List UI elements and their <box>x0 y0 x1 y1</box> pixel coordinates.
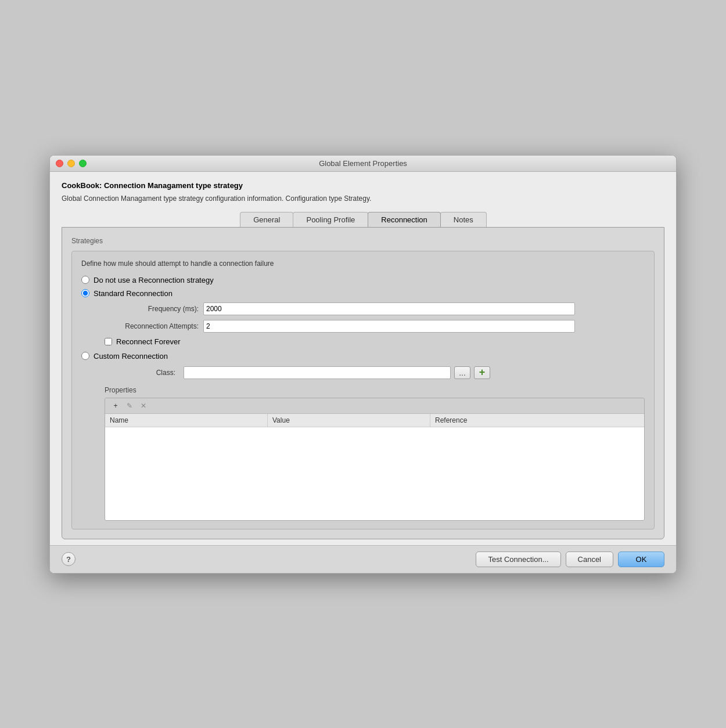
strategies-box: Define how mule should attempt to handle… <box>71 251 655 529</box>
attempts-row: Reconnection Attempts: <box>105 320 645 333</box>
tab-panel-reconnection: Strategies Define how mule should attemp… <box>62 227 664 539</box>
footer: ? Test Connection... Cancel OK <box>50 545 676 573</box>
properties-table-header: Name Value Reference <box>105 414 644 427</box>
radio-custom[interactable] <box>81 352 89 360</box>
content-area: CookBook: Connection Managament type str… <box>50 172 676 545</box>
col-name: Name <box>105 414 268 427</box>
window-title: Global Element Properties <box>319 159 407 168</box>
titlebar: Global Element Properties <box>50 156 676 172</box>
tab-reconnection[interactable]: Reconnection <box>368 212 441 227</box>
strategies-section-title: Strategies <box>71 237 655 245</box>
radio-standard[interactable] <box>81 289 89 297</box>
attempts-input[interactable] <box>203 320 575 333</box>
test-connection-button[interactable]: Test Connection... <box>476 552 560 567</box>
add-class-button[interactable]: + <box>474 366 490 379</box>
standard-fields: Frequency (ms): Reconnection Attempts: R… <box>105 302 645 346</box>
reconnect-forever-label: Reconnect Forever <box>116 337 181 346</box>
strategies-description: Define how mule should attempt to handle… <box>81 260 645 268</box>
attempts-label: Reconnection Attempts: <box>105 322 203 330</box>
col-value: Value <box>268 414 430 427</box>
toolbar-add-button[interactable]: + <box>110 401 121 411</box>
toolbar-edit-button[interactable]: ✎ <box>124 401 135 411</box>
col-reference: Reference <box>430 414 644 427</box>
reconnect-forever-checkbox[interactable] <box>105 338 112 345</box>
browse-button[interactable]: ... <box>454 366 470 379</box>
window-controls <box>56 160 87 167</box>
tab-general[interactable]: General <box>240 212 293 227</box>
properties-toolbar: + ✎ ✕ <box>105 398 644 414</box>
ok-button[interactable]: OK <box>618 552 664 567</box>
properties-title: Properties <box>105 386 645 394</box>
help-button[interactable]: ? <box>62 552 76 566</box>
class-input[interactable] <box>184 366 451 379</box>
cancel-button[interactable]: Cancel <box>566 552 613 567</box>
dialog-header-title: CookBook: Connection Managament type str… <box>62 181 664 190</box>
dialog-window: Global Element Properties CookBook: Conn… <box>49 155 677 574</box>
class-row: Class: ... + <box>105 366 645 379</box>
properties-section: Properties + ✎ ✕ Name Value Reference <box>105 386 645 521</box>
radio-option-custom[interactable]: Custom Reconnection <box>81 352 645 361</box>
frequency-input[interactable] <box>203 302 575 315</box>
properties-table-body <box>105 427 644 520</box>
maximize-button[interactable] <box>79 160 87 167</box>
minimize-button[interactable] <box>67 160 75 167</box>
radio-option-none[interactable]: Do not use a Reconnection strategy <box>81 276 645 284</box>
dialog-header-desc: Global Connection Managament type strate… <box>62 193 664 204</box>
radio-none-label: Do not use a Reconnection strategy <box>94 276 214 284</box>
toolbar-delete-button[interactable]: ✕ <box>138 401 149 411</box>
radio-custom-label: Custom Reconnection <box>94 352 168 361</box>
reconnect-forever-row: Reconnect Forever <box>105 337 645 346</box>
radio-standard-label: Standard Reconnection <box>94 289 172 298</box>
properties-box: + ✎ ✕ Name Value Reference <box>105 398 645 521</box>
tab-notes[interactable]: Notes <box>440 212 487 227</box>
radio-none[interactable] <box>81 276 89 284</box>
footer-left: ? <box>62 552 76 566</box>
frequency-label: Frequency (ms): <box>105 305 203 313</box>
close-button[interactable] <box>56 160 63 167</box>
footer-buttons: Test Connection... Cancel OK <box>476 552 664 567</box>
tab-pooling[interactable]: Pooling Profile <box>293 212 368 227</box>
frequency-row: Frequency (ms): <box>105 302 645 315</box>
tabs-container: General Pooling Profile Reconnection Not… <box>62 212 664 227</box>
radio-option-standard[interactable]: Standard Reconnection <box>81 289 645 298</box>
class-label: Class: <box>105 369 180 377</box>
